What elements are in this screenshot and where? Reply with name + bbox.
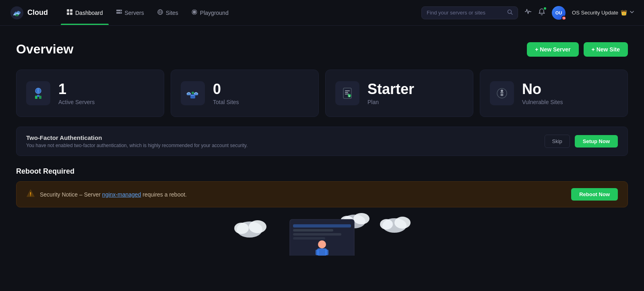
activity-icon[interactable]: [524, 8, 532, 17]
playground-icon: [191, 9, 198, 17]
nav-label-servers: Servers: [125, 10, 144, 16]
nav-item-playground[interactable]: Playground: [186, 6, 234, 20]
svg-line-17: [511, 13, 513, 14]
active-servers-icon-wrap: [26, 81, 50, 105]
dashboard-icon: [66, 9, 73, 17]
reboot-left: Security Notice – Server nginx-managed r…: [26, 189, 187, 200]
svg-rect-3: [67, 9, 69, 12]
svg-point-36: [501, 90, 503, 92]
vulnerable-content: No Vulnerable Sites: [522, 81, 563, 105]
two-factor-banner: Two-Factor Authentication You have not e…: [16, 127, 628, 156]
plan-icon-wrap: $: [335, 81, 359, 105]
vulnerable-label: Vulnerable Sites: [522, 99, 563, 105]
avatar-badge-text: TA: [562, 17, 566, 19]
plan-number: Starter: [367, 81, 414, 97]
setup-now-button[interactable]: Setup Now: [575, 135, 618, 148]
nav-links: Dashboard Servers Sites Playground: [61, 6, 409, 20]
svg-point-42: [30, 195, 31, 196]
two-factor-text: Two-Factor Authentication You have not e…: [26, 134, 248, 148]
stat-card-vulnerable[interactable]: No Vulnerable Sites: [480, 70, 628, 117]
nav-label-dashboard: Dashboard: [75, 10, 103, 16]
svg-point-45: [234, 223, 249, 234]
svg-point-10: [120, 12, 121, 13]
reboot-now-button[interactable]: Reboot Now: [571, 188, 618, 201]
plan-label: Plan: [367, 99, 414, 105]
svg-rect-30: [345, 90, 350, 91]
nav-label-playground: Playground: [200, 10, 229, 16]
svg-rect-23: [37, 95, 39, 97]
dashboard-illustration: [217, 207, 427, 256]
two-factor-actions: Skip Setup Now: [545, 135, 618, 148]
search-input[interactable]: [427, 10, 504, 16]
svg-rect-6: [70, 12, 72, 15]
total-sites-label: Total Sites: [213, 99, 239, 105]
svg-rect-32: [345, 94, 349, 94]
svg-point-28: [192, 92, 194, 94]
svg-rect-54: [293, 229, 333, 232]
svg-point-50: [353, 213, 369, 224]
skip-button[interactable]: Skip: [545, 135, 570, 148]
main-content: Overview + New Server + New Site 1 Activ…: [0, 26, 644, 256]
total-sites-content: 0 Total Sites: [213, 81, 239, 105]
nav-item-servers[interactable]: Servers: [110, 6, 150, 20]
active-servers-number: 1: [58, 81, 95, 97]
server-link[interactable]: nginx-managed: [102, 191, 141, 198]
total-sites-icon-wrap: [181, 81, 205, 105]
vulnerable-number: No: [522, 81, 563, 97]
svg-rect-53: [293, 224, 351, 227]
nav-label-sites: Sites: [166, 10, 178, 16]
avatar-badge: TA: [561, 16, 566, 20]
svg-point-19: [37, 88, 39, 94]
stat-card-total-sites[interactable]: 0 Total Sites: [171, 70, 319, 117]
navbar: Cloud Dashboard Servers Sites Playground: [0, 0, 644, 26]
svg-rect-4: [70, 9, 72, 12]
active-servers-label: Active Servers: [58, 99, 95, 105]
stat-card-active-servers[interactable]: 1 Active Servers: [16, 70, 164, 117]
total-sites-number: 0: [213, 81, 239, 97]
nav-item-sites[interactable]: Sites: [151, 6, 184, 20]
svg-point-47: [394, 217, 411, 229]
two-factor-title: Two-Factor Authentication: [26, 134, 248, 141]
svg-point-14: [193, 10, 196, 14]
nav-item-dashboard[interactable]: Dashboard: [61, 6, 109, 20]
servers-icon: [116, 9, 122, 17]
notice-text-prefix: Security Notice – Server: [40, 191, 102, 198]
two-factor-description: You have not enabled two-factor authenti…: [26, 143, 248, 148]
svg-point-2: [17, 14, 18, 16]
new-server-button[interactable]: + New Server: [527, 42, 578, 57]
user-status[interactable]: OS Security Update 👑: [572, 10, 634, 16]
reboot-notice-text: Security Notice – Server nginx-managed r…: [40, 191, 187, 198]
user-avatar[interactable]: OU TA: [552, 6, 566, 20]
crown-icon: 👑: [621, 10, 627, 16]
stat-cards: 1 Active Servers 0 Total Sites: [16, 70, 628, 117]
new-site-button[interactable]: + New Site: [584, 42, 628, 57]
reboot-section-title: Reboot Required: [16, 167, 628, 176]
svg-rect-37: [500, 92, 504, 93]
search-icon: [507, 9, 513, 16]
brand-name: Cloud: [27, 8, 48, 17]
sites-icon: [157, 9, 163, 17]
notice-text-suffix: requires a reboot.: [141, 191, 187, 198]
svg-point-9: [120, 10, 121, 11]
user-status-label: OS Security Update: [572, 10, 618, 16]
notifications-icon[interactable]: [538, 8, 545, 17]
svg-point-48: [380, 219, 393, 230]
svg-rect-59: [316, 250, 319, 255]
svg-rect-5: [67, 12, 69, 15]
nav-right: OU TA OS Security Update 👑: [421, 6, 634, 20]
warning-icon: [26, 189, 35, 200]
svg-rect-55: [293, 233, 341, 236]
search-bar[interactable]: [421, 6, 518, 19]
logo[interactable]: Cloud: [10, 6, 48, 20]
avatar-initials: OU: [555, 10, 562, 15]
svg-point-57: [318, 240, 326, 248]
chevron-down-icon: [630, 10, 634, 16]
notification-badge: [543, 6, 547, 10]
illustration: [16, 207, 628, 256]
vulnerable-icon-wrap: [490, 81, 514, 105]
page-header: Overview + New Server + New Site: [16, 42, 628, 57]
svg-point-44: [249, 220, 266, 233]
stat-card-plan[interactable]: $ Starter Plan: [325, 70, 473, 117]
page-title: Overview: [16, 42, 73, 57]
active-servers-content: 1 Active Servers: [58, 81, 95, 105]
